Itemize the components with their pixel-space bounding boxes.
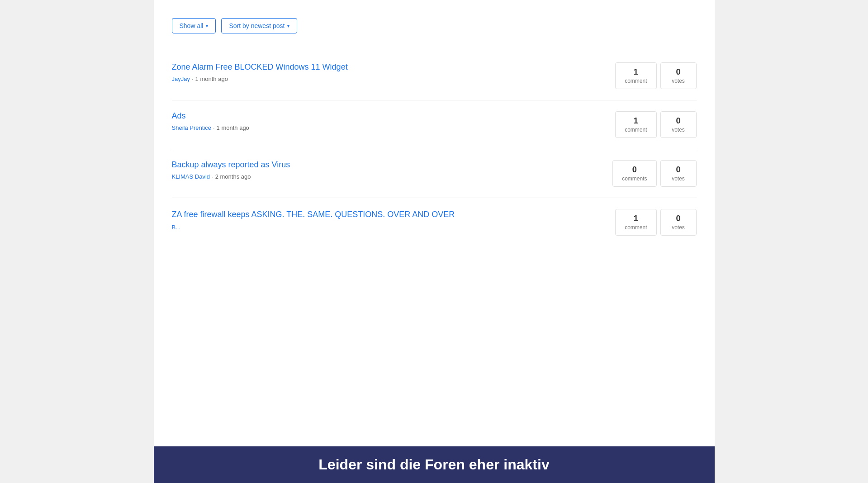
votes-count: 0	[670, 67, 687, 77]
filter-bar: Show all ▾ Sort by newest post ▾	[172, 18, 697, 33]
post-author[interactable]: KLIMAS David	[172, 173, 210, 180]
post-title[interactable]: Backup always reported as Virus	[172, 160, 595, 170]
votes-count: 0	[670, 165, 687, 175]
post-stats: 1 comment 0 votes	[615, 111, 696, 138]
comments-count: 0	[622, 165, 647, 175]
comments-stat: 0 comments	[612, 160, 656, 187]
votes-stat: 0 votes	[660, 160, 697, 187]
comments-count: 1	[625, 116, 647, 126]
post-author[interactable]: B...	[172, 224, 181, 231]
post-meta-sep: ·	[213, 124, 215, 131]
comments-stat: 1 comment	[615, 62, 656, 89]
post-stats: 0 comments 0 votes	[612, 160, 696, 187]
comments-stat: 1 comment	[615, 209, 656, 236]
post-content: Zone Alarm Free BLOCKED Windows 11 Widge…	[172, 62, 616, 82]
votes-stat: 0 votes	[660, 209, 697, 236]
post-stats: 1 comment 0 votes	[615, 62, 696, 89]
votes-stat: 0 votes	[660, 111, 697, 138]
overlay-banner: Leider sind die Foren eher inaktiv	[154, 446, 715, 483]
post-item: Zone Alarm Free BLOCKED Windows 11 Widge…	[172, 52, 697, 100]
post-meta: KLIMAS David · 2 months ago	[172, 173, 595, 180]
comments-label: comment	[625, 127, 647, 133]
comments-count: 1	[625, 214, 647, 223]
votes-count: 0	[670, 214, 687, 223]
sort-button[interactable]: Sort by newest post ▾	[221, 18, 297, 33]
post-time: 2 months ago	[215, 173, 251, 180]
votes-label: votes	[670, 175, 687, 182]
main-container: Show all ▾ Sort by newest post ▾ Zone Al…	[154, 0, 715, 483]
votes-count: 0	[670, 116, 687, 126]
post-list: Zone Alarm Free BLOCKED Windows 11 Widge…	[172, 52, 697, 246]
show-all-label: Show all	[180, 22, 204, 29]
post-item: ZA free firewall keeps ASKING. THE. SAME…	[172, 198, 697, 246]
post-meta-sep: ·	[212, 173, 213, 180]
post-meta-sep: ·	[192, 76, 194, 82]
post-content: Backup always reported as Virus KLIMAS D…	[172, 160, 613, 180]
comments-label: comments	[622, 175, 647, 182]
votes-label: votes	[670, 127, 687, 133]
post-meta: JayJay · 1 month ago	[172, 76, 598, 82]
show-all-chevron-icon: ▾	[206, 24, 208, 28]
overlay-text: Leider sind die Foren eher inaktiv	[318, 456, 549, 473]
show-all-button[interactable]: Show all ▾	[172, 18, 216, 33]
post-content: ZA free firewall keeps ASKING. THE. SAME…	[172, 209, 616, 231]
post-content: Ads Sheila Prentice · 1 month ago	[172, 111, 616, 131]
votes-label: votes	[670, 224, 687, 231]
post-time: 1 month ago	[195, 76, 228, 82]
post-title[interactable]: Ads	[172, 111, 598, 121]
votes-label: votes	[670, 78, 687, 84]
post-time: 1 month ago	[217, 124, 249, 131]
post-item: Ads Sheila Prentice · 1 month ago 1 comm…	[172, 100, 697, 149]
post-stats: 1 comment 0 votes	[615, 209, 696, 236]
comments-stat: 1 comment	[615, 111, 656, 138]
post-author[interactable]: Sheila Prentice	[172, 124, 211, 131]
post-title[interactable]: ZA free firewall keeps ASKING. THE. SAME…	[172, 209, 598, 220]
comments-count: 1	[625, 67, 647, 77]
votes-stat: 0 votes	[660, 62, 697, 89]
sort-label: Sort by newest post	[229, 22, 285, 29]
post-meta: B...	[172, 224, 598, 231]
sort-chevron-icon: ▾	[287, 24, 289, 28]
post-item: Backup always reported as Virus KLIMAS D…	[172, 149, 697, 198]
post-author[interactable]: JayJay	[172, 76, 190, 82]
post-meta: Sheila Prentice · 1 month ago	[172, 124, 598, 131]
comments-label: comment	[625, 78, 647, 84]
post-title[interactable]: Zone Alarm Free BLOCKED Windows 11 Widge…	[172, 62, 598, 72]
comments-label: comment	[625, 224, 647, 231]
